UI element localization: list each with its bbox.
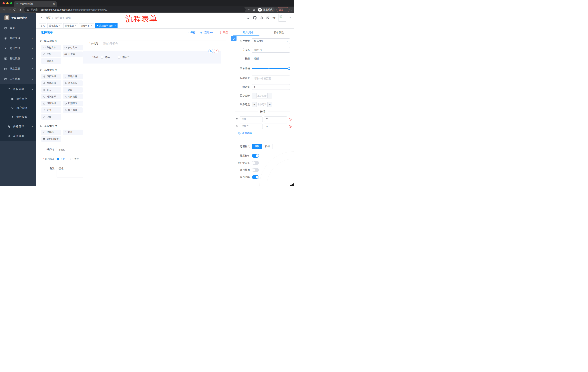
component-single-text[interactable]: 单行文本	[41, 45, 61, 50]
component-rate[interactable]: 评分	[41, 107, 61, 113]
component-color-picker[interactable]: 颜色选择	[63, 107, 83, 113]
sidebar-item-leave-query[interactable]: 请假查询	[0, 131, 36, 141]
default-value-input[interactable]	[252, 84, 290, 90]
copy-widget-button[interactable]	[209, 49, 213, 53]
password-key-icon[interactable]	[247, 8, 251, 11]
component-radio-group[interactable]: 单选框组	[41, 80, 61, 86]
phone-field-input[interactable]	[101, 41, 226, 46]
component-type-select[interactable]: 多选框组 ▼	[252, 38, 290, 44]
tag-home[interactable]: 首页	[39, 23, 46, 28]
option-value-input[interactable]	[264, 117, 287, 122]
title-input[interactable]	[252, 56, 290, 61]
tab-component-props[interactable]: 组件属性	[233, 29, 263, 36]
component-date-picker[interactable]: 日期选择	[41, 101, 61, 106]
component-select[interactable]: 下拉选择	[41, 74, 61, 79]
sidebar-item-home[interactable]: 首页	[0, 23, 36, 33]
sidebar-item-system[interactable]: 系统管理 ▼	[0, 33, 36, 43]
component-multi-text[interactable]: 多行文本	[63, 45, 83, 50]
disabled-switch[interactable]	[252, 168, 259, 172]
field-name-input[interactable]	[252, 47, 290, 53]
status-radio-off[interactable]: 关闭	[70, 158, 79, 161]
github-icon[interactable]	[253, 16, 257, 20]
sidebar-item-process-model[interactable]: 流程模型	[0, 112, 36, 122]
sidebar-collapse-icon[interactable]	[39, 16, 42, 20]
component-editor[interactable]: 编辑器	[41, 58, 61, 64]
drag-handle-icon[interactable]	[235, 118, 238, 121]
sidebar-item-infra[interactable]: 基础设施 ▼	[0, 53, 36, 64]
min-select-placeholder[interactable]: 至少应选	[257, 93, 267, 98]
form-grid-slider[interactable]	[252, 66, 290, 71]
view-json-button[interactable]: 查看json	[200, 31, 214, 34]
form-remark-textarea[interactable]: 嘿嘿	[57, 166, 83, 177]
selected-widget-gender[interactable]: 性别 选项一 选项二	[83, 51, 221, 64]
option-name-input[interactable]	[240, 117, 263, 122]
tag-close-icon[interactable]: ✕	[91, 25, 92, 27]
tab-close-icon[interactable]: ✕	[53, 2, 55, 5]
user-avatar-broken-image[interactable]	[279, 14, 286, 22]
increase-button[interactable]: +	[267, 102, 272, 107]
tag-process-definition[interactable]: 流程定义✕	[47, 23, 62, 28]
tab-form-props[interactable]: 表单属性	[263, 29, 294, 36]
show-label-switch[interactable]	[252, 154, 259, 158]
new-tab-button[interactable]: +	[59, 1, 61, 6]
sidebar-item-task-manage[interactable]: 任务管理 ▼	[0, 122, 36, 131]
option-value-input[interactable]	[264, 124, 287, 129]
component-table[interactable]: 表格[开发中]	[41, 136, 61, 142]
forward-button[interactable]	[7, 7, 12, 12]
remove-option-button[interactable]	[289, 118, 292, 121]
component-counter[interactable]: 123 计数器	[63, 52, 83, 57]
component-button[interactable]: 按钮	[63, 130, 83, 135]
browser-update-button[interactable]: 更新 ⋮	[276, 7, 289, 12]
gender-option-2[interactable]: 选项二	[118, 56, 130, 59]
decrease-button[interactable]: −	[252, 93, 257, 98]
drag-handle-icon[interactable]	[235, 125, 238, 128]
phone-field-row[interactable]: 手机号	[83, 41, 233, 46]
tag-process-model[interactable]: 流程模型✕	[63, 23, 78, 28]
reload-button[interactable]	[12, 7, 17, 12]
save-button[interactable]: 保存	[187, 31, 195, 34]
tag-close-icon[interactable]: ✕	[75, 25, 76, 27]
add-option-button[interactable]: 添加选项	[238, 132, 290, 135]
checkbox-box[interactable]	[118, 56, 120, 59]
status-radio-on[interactable]: 开启	[57, 158, 65, 161]
window-controls[interactable]	[2, 2, 12, 4]
sidebar-item-devtools[interactable]: 研发工具 ▼	[0, 64, 36, 74]
tag-close-icon[interactable]: ✕	[114, 25, 116, 27]
help-icon[interactable]	[260, 16, 263, 20]
component-row-container[interactable]: 行容器	[41, 130, 61, 135]
slider-handle[interactable]	[287, 67, 290, 70]
checkbox-box[interactable]	[101, 56, 103, 59]
fullscreen-icon[interactable]	[266, 16, 269, 20]
home-button[interactable]	[17, 7, 22, 12]
form-name-input[interactable]	[57, 147, 80, 152]
back-button[interactable]	[2, 7, 7, 12]
increase-button[interactable]: +	[267, 93, 272, 98]
component-date-range[interactable]: 日期范围	[63, 101, 83, 106]
sidebar-item-workflow[interactable]: 工作流程 ▲	[0, 74, 36, 84]
remove-option-button[interactable]	[289, 125, 292, 128]
gender-option-1[interactable]: 选项一	[101, 56, 112, 59]
link-handle-tab[interactable]	[231, 36, 237, 41]
tag-process-form-edit[interactable]: 流程表单-编辑✕	[95, 23, 117, 28]
tag-process-form[interactable]: 流程表单✕	[79, 23, 94, 28]
tag-close-icon[interactable]: ✕	[59, 25, 61, 27]
label-width-input[interactable]	[252, 75, 290, 81]
clear-button[interactable]: 清空	[219, 31, 228, 34]
delete-widget-button[interactable]	[214, 49, 219, 53]
sidebar-item-process-manage[interactable]: 流程管理 ▲	[0, 84, 36, 94]
avatar-caret-icon[interactable]: ▼	[289, 17, 291, 19]
border-switch[interactable]	[252, 161, 259, 165]
component-time-range[interactable]: 时间范围	[63, 94, 83, 99]
sidebar-logo[interactable]: 芋道管理系统	[0, 13, 36, 23]
component-slider[interactable]: 滑块	[63, 87, 83, 93]
sidebar-item-process-form[interactable]: 流程表单	[0, 94, 36, 103]
component-checkbox-group[interactable]: 多选框组	[63, 80, 83, 86]
minimize-window-button[interactable]	[6, 2, 9, 4]
option-name-input[interactable]	[240, 124, 263, 129]
component-switch[interactable]: 开关	[41, 87, 61, 93]
component-password[interactable]: 密码	[41, 52, 61, 57]
bookmark-star-icon[interactable]	[252, 8, 255, 11]
font-size-icon[interactable]: TT	[273, 16, 275, 20]
style-button-button[interactable]: 按钮	[262, 144, 273, 149]
decrease-button[interactable]: −	[252, 102, 257, 107]
